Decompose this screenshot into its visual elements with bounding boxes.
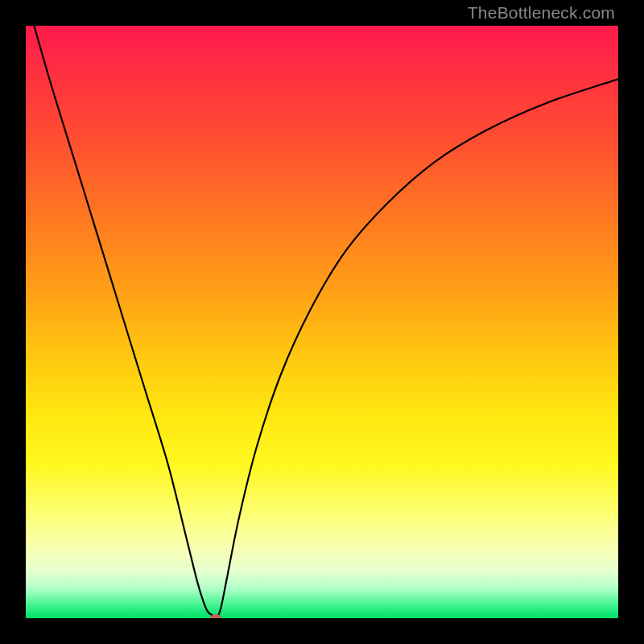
minimum-marker <box>210 614 221 618</box>
plot-area <box>26 26 618 618</box>
bottleneck-curve <box>26 26 618 618</box>
curve-path <box>26 26 618 618</box>
watermark-text: TheBottleneck.com <box>468 3 615 23</box>
chart-frame: TheBottleneck.com <box>0 0 644 644</box>
